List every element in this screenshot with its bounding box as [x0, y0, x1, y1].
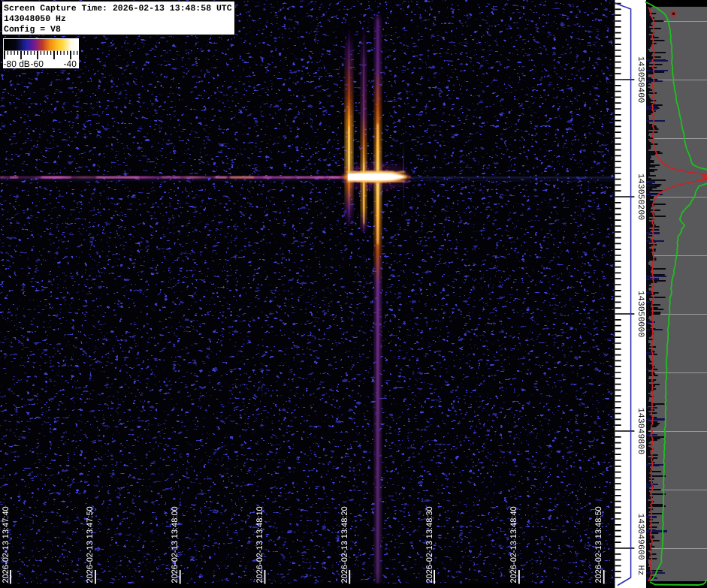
svg-text:143049800: 143049800 — [636, 408, 645, 454]
svg-text:-60: -60 — [31, 59, 44, 69]
svg-text:143050400: 143050400 — [636, 56, 645, 103]
svg-text:2026-02-13 13:48:40: 2026-02-13 13:48:40 — [509, 506, 518, 583]
svg-text:2026-02-13 13:48:10: 2026-02-13 13:48:10 — [255, 506, 264, 583]
svg-text:2026-02-13 13:48:20: 2026-02-13 13:48:20 — [340, 506, 349, 583]
svg-text:2026-02-13 13:48:00: 2026-02-13 13:48:00 — [171, 506, 180, 583]
svg-text:143050200: 143050200 — [636, 173, 645, 220]
svg-text:2026-02-13 13:48:30: 2026-02-13 13:48:30 — [425, 506, 434, 583]
svg-text:-40: -40 — [64, 59, 77, 69]
svg-text:Screen Capture Time: 2026-02-1: Screen Capture Time: 2026-02-13 13:48:58… — [4, 4, 232, 14]
svg-text:2026-02-13 13:47:50: 2026-02-13 13:47:50 — [86, 506, 95, 583]
svg-text:143050000: 143050000 — [636, 291, 645, 337]
svg-text:143048050 Hz: 143048050 Hz — [4, 14, 66, 24]
svg-text:143049600 Hz: 143049600 Hz — [636, 514, 645, 576]
svg-text:2026-02-13 13:48:50: 2026-02-13 13:48:50 — [594, 506, 603, 583]
svg-text:Config = V8: Config = V8 — [4, 25, 61, 35]
svg-text:2026-02-13 13:47:40: 2026-02-13 13:47:40 — [2, 506, 11, 583]
svg-text:-80 dB: -80 dB — [4, 59, 30, 69]
